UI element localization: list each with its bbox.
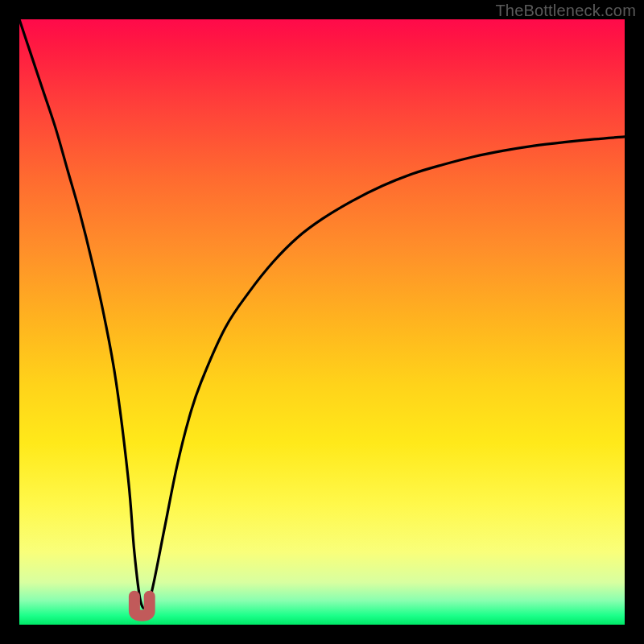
- plot-area: [19, 19, 625, 625]
- bottleneck-curve: [19, 19, 625, 608]
- curve-layer: [19, 19, 625, 625]
- watermark-text: TheBottleneck.com: [495, 2, 636, 20]
- chart-frame: TheBottleneck.com: [0, 0, 644, 644]
